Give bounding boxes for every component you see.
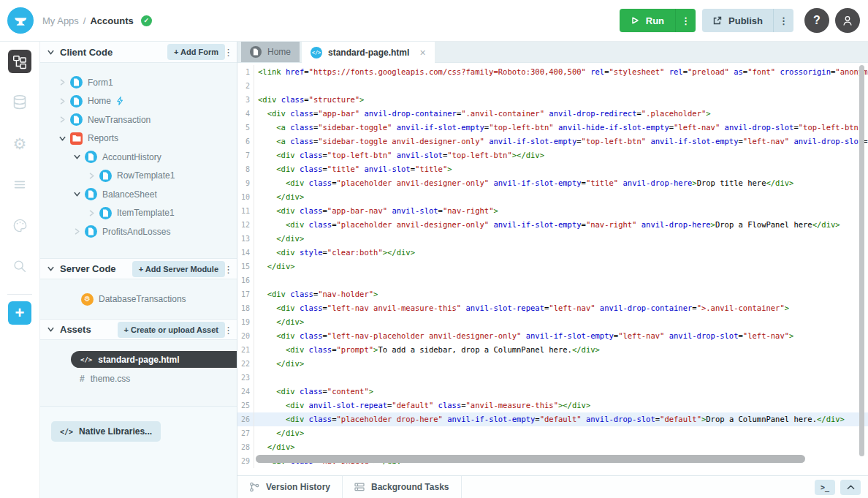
line-number: 17	[237, 287, 254, 301]
line-number: 20	[237, 329, 254, 343]
asset-label: standard-page.html	[98, 355, 179, 365]
line-number: 7	[237, 148, 254, 162]
tab-home[interactable]: Home	[241, 42, 300, 62]
code-line-11[interactable]: 11 <div class="app-bar-nav" anvil-slot="…	[237, 204, 868, 218]
tree-item-RowTemplate1[interactable]: RowTemplate1	[40, 167, 237, 186]
tree-item-Reports[interactable]: Reports	[40, 129, 237, 148]
run-menu-button[interactable]: ⋮	[675, 9, 696, 32]
code-editor[interactable]: 1<link href="https://fonts.googleapis.co…	[237, 63, 868, 475]
code-line-14[interactable]: 14 <div style="clear:both"></div>	[237, 246, 868, 260]
code-line-25[interactable]: 25 <div anvil-slot-repeat="default" clas…	[237, 399, 868, 412]
horizontal-scrollbar[interactable]	[256, 455, 805, 463]
assets-menu-button[interactable]: ⋮	[221, 325, 235, 336]
background-tasks-button[interactable]: Background Tasks	[343, 476, 461, 498]
code-line-8[interactable]: 8 <div class="title" anvil-slot="title">	[237, 162, 868, 176]
tree-item-BalanceSheet[interactable]: BalanceSheet	[40, 185, 237, 204]
section-header-assets[interactable]: Assets + Create or upload Asset ⋮	[40, 319, 237, 340]
background-tasks-label: Background Tasks	[371, 482, 449, 492]
code-line-4[interactable]: 4 <div class="app-bar" anvil-drop-contai…	[237, 107, 868, 121]
app-structure-icon[interactable]	[8, 50, 31, 73]
code-line-18[interactable]: 18 <div class="left-nav anvil-measure-th…	[237, 301, 868, 315]
line-number: 8	[237, 162, 254, 176]
chevron-down-icon	[74, 191, 80, 197]
code-line-22[interactable]: 22 </div>	[237, 357, 868, 371]
code-line-12[interactable]: 12 <div class="placeholder anvil-designe…	[237, 218, 868, 232]
code-line-17[interactable]: 17 <div class="nav-holder">	[237, 287, 868, 301]
asset-standard-page-html[interactable]: </> standard-page.html	[71, 351, 237, 368]
code-line-13[interactable]: 13 </div>	[237, 232, 868, 246]
code-line-16[interactable]: 16	[237, 273, 868, 287]
publish-menu-button[interactable]: ⋮	[773, 9, 793, 32]
breadcrumb-my-apps[interactable]: My Apps	[42, 15, 79, 26]
tree-item-ProfitsAndLosses[interactable]: ProfitsAndLosses	[40, 222, 237, 241]
create-upload-asset-button[interactable]: + Create or upload Asset	[118, 322, 226, 338]
code-line-19[interactable]: 19 </div>	[237, 315, 868, 329]
line-number: 10	[237, 190, 254, 204]
code-line-2[interactable]: 2	[237, 79, 868, 93]
theme-palette-icon[interactable]	[8, 214, 31, 237]
line-number: 24	[237, 385, 254, 399]
code-line-27[interactable]: 27 </div>	[237, 426, 868, 440]
saved-check-icon: ✓	[141, 15, 152, 26]
chevron-right-icon	[88, 210, 95, 216]
code-line-7[interactable]: 7 <div class="top-left-btn" anvil-slot="…	[237, 148, 868, 162]
client-code-menu-button[interactable]: ⋮	[221, 47, 235, 58]
code-line-5[interactable]: 5 <a class="sidebar-toggle" anvil-if-slo…	[237, 121, 868, 135]
help-button[interactable]: ?	[804, 8, 829, 33]
database-icon[interactable]	[8, 91, 31, 114]
code-line-9[interactable]: 9 <div class="placeholder anvil-designer…	[237, 176, 868, 190]
asset-theme-css[interactable]: # theme.css	[40, 369, 237, 388]
code-line-10[interactable]: 10 </div>	[237, 190, 868, 204]
publish-button[interactable]: Publish	[702, 9, 773, 32]
code-line-28[interactable]: 28 </div>	[237, 440, 868, 454]
add-component-button[interactable]: +	[8, 301, 31, 325]
run-button[interactable]: Run	[620, 9, 675, 32]
tab-label: Home	[267, 47, 291, 57]
server-module-databasetransactions[interactable]: ⚙ DatabaseTransactions	[40, 290, 237, 309]
tree-item-AccountHistory[interactable]: AccountHistory	[40, 148, 237, 167]
section-header-server-code[interactable]: Server Code + Add Server Module ⋮	[40, 258, 237, 279]
server-code-menu-button[interactable]: ⋮	[221, 264, 235, 275]
anvil-logo-icon[interactable]	[7, 7, 34, 34]
chevron-down-icon	[74, 154, 80, 160]
add-server-module-button[interactable]: + Add Server Module	[132, 261, 225, 277]
tab-standard-page-html[interactable]: </> standard-page.html ×	[302, 42, 435, 63]
code-line-23[interactable]: 23	[237, 371, 868, 385]
terminal-icon: >_	[821, 483, 829, 491]
version-history-button[interactable]: Version History	[237, 476, 343, 498]
code-line-21[interactable]: 21 <div class="prompt">To add a sidebar,…	[237, 343, 868, 357]
tree-item-label: BalanceSheet	[102, 189, 157, 200]
search-icon[interactable]	[8, 254, 31, 278]
code-line-15[interactable]: 15 </div>	[237, 260, 868, 273]
collapse-panel-button[interactable]	[840, 480, 861, 495]
anvil-glyph	[12, 12, 28, 29]
tree-item-Home[interactable]: Home	[40, 92, 237, 111]
tree-item-label: ItemTemplate1	[117, 208, 175, 218]
code-line-26[interactable]: 26 <div class="placeholder drop-here" an…	[237, 412, 868, 426]
code-line-3[interactable]: 3<div class="structure">	[237, 93, 868, 107]
code-line-1[interactable]: 1<link href="https://fonts.googleapis.co…	[237, 65, 868, 79]
settings-gear-icon[interactable]: ⚙	[8, 132, 31, 155]
publish-label: Publish	[728, 15, 763, 26]
native-libraries-button[interactable]: </> Native Libraries...	[51, 421, 161, 442]
app-console-button[interactable]: >_	[815, 480, 835, 495]
code-line-24[interactable]: 24 <div class="content">	[237, 385, 868, 399]
left-icon-rail: ⚙ +	[0, 42, 40, 498]
line-number: 14	[237, 246, 254, 260]
code-line-6[interactable]: 6 <a class="sidebar-toggle anvil-designe…	[237, 135, 868, 148]
section-header-client-code[interactable]: Client Code + Add Form ⋮	[40, 42, 237, 63]
close-tab-icon[interactable]: ×	[419, 47, 425, 59]
outline-list-icon[interactable]	[8, 173, 31, 196]
line-number: 19	[237, 315, 254, 329]
help-icon: ?	[813, 14, 821, 27]
account-button[interactable]	[835, 8, 860, 33]
vertical-scrollbar[interactable]	[859, 65, 864, 456]
code-line-20[interactable]: 20 <div class="left-nav-placeholder anvi…	[237, 329, 868, 343]
tree-item-ItemTemplate1[interactable]: ItemTemplate1	[40, 204, 237, 223]
tree-item-Form1[interactable]: Form1	[40, 73, 237, 92]
folder-icon	[70, 132, 83, 145]
tree-item-NewTransaction[interactable]: NewTransaction	[40, 110, 237, 129]
add-form-button[interactable]: + Add Form	[167, 44, 225, 60]
line-number: 16	[237, 273, 254, 287]
line-number: 21	[237, 343, 254, 357]
